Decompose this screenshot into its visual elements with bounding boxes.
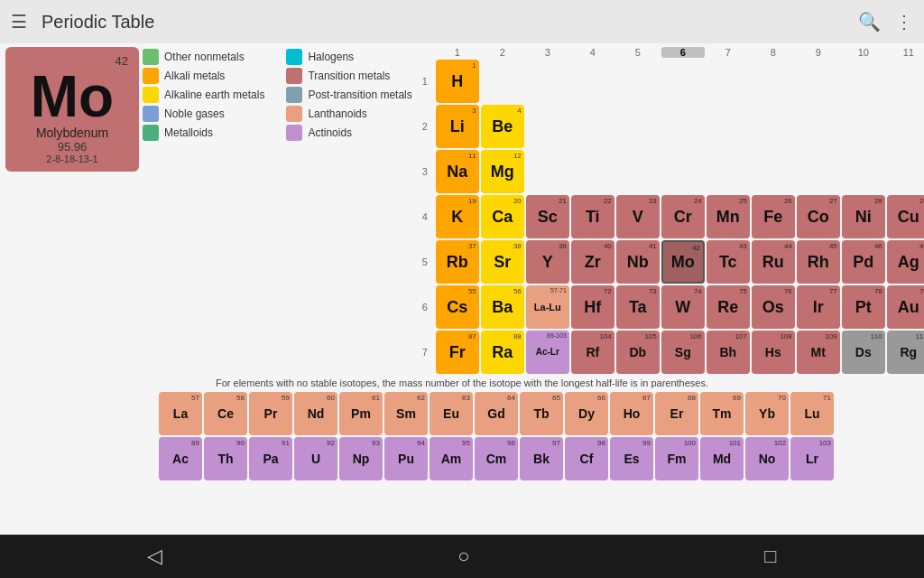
element-Hs[interactable]: 108Hs [752,331,795,374]
element-La-Lu[interactable]: 57-71La-Lu [526,285,569,329]
element-Cm[interactable]: 96Cm [475,437,518,480]
element-Nb[interactable]: 41Nb [616,240,660,284]
home-button[interactable]: ○ [436,537,491,575]
more-options-button[interactable]: ⋮ [895,11,913,33]
element-Sg[interactable]: 106Sg [661,331,705,374]
col-8-label: 8 [752,47,795,58]
element-Rf[interactable]: 104Rf [571,331,614,374]
element-Eu[interactable]: 63Eu [430,392,473,435]
element-Nd[interactable]: 60Nd [294,392,337,435]
element-Ni[interactable]: 28Ni [842,195,885,238]
element-Gd[interactable]: 64Gd [475,392,518,435]
element-Es[interactable]: 99Es [610,437,653,480]
recent-button[interactable]: □ [743,537,798,575]
search-button[interactable]: 🔍 [858,11,881,33]
element-Ac[interactable]: 89Ac [159,437,202,480]
element-Pu[interactable]: 94Pu [384,437,428,480]
app-title: Periodic Table [42,12,844,33]
element-Tb[interactable]: 65Tb [520,392,563,435]
element-Yb[interactable]: 70Yb [745,392,789,435]
legend-noble: Noble gases [143,106,264,122]
element-Ti[interactable]: 22Ti [571,195,614,238]
element-Cs[interactable]: 55Cs [436,285,479,329]
element-Ho[interactable]: 67Ho [610,392,653,435]
element-Ds[interactable]: 110Ds [842,331,885,374]
element-Pt[interactable]: 78Pt [842,285,885,329]
element-Os[interactable]: 76Os [752,285,795,329]
selected-atomic-number: 42 [116,54,128,68]
element-Sm[interactable]: 62Sm [384,392,428,435]
legend-post-transition: Post-transition metals [286,87,411,103]
element-Np[interactable]: 93Np [339,437,383,480]
element-Tm[interactable]: 69Tm [700,392,744,435]
element-Mg[interactable]: 12Mg [481,150,524,193]
menu-button[interactable]: ☰ [11,11,27,33]
element-Cf[interactable]: 98Cf [565,437,608,480]
element-Pm[interactable]: 61Pm [339,392,383,435]
element-Mo-selected[interactable]: 42Mo [661,240,705,284]
element-Pa[interactable]: 91Pa [249,437,292,480]
footnote: For elements with no stable isotopes, th… [5,376,919,390]
selected-symbol: Mo [31,68,114,126]
element-U[interactable]: 92U [294,437,337,480]
element-Rb[interactable]: 37Rb [436,240,479,284]
element-Sr[interactable]: 38Sr [481,240,524,284]
selected-element-panel[interactable]: 42 Mo Molybdenum 95.96 2-8-18-13-1 [5,47,139,172]
element-Bh[interactable]: 107Bh [707,331,750,374]
element-Ce[interactable]: 58Ce [204,392,247,435]
element-Fr[interactable]: 87Fr [436,331,479,374]
legend-metalloid: Metalloids [143,125,264,141]
element-Rh[interactable]: 45Rh [797,240,840,284]
element-Ac-Lr[interactable]: 89-103Ac-Lr [526,331,569,374]
element-Li[interactable]: 3Li [436,105,479,148]
element-Db[interactable]: 105Db [616,331,660,374]
col-1-label: 1 [436,47,479,58]
element-Co[interactable]: 27Co [797,195,840,238]
element-Na[interactable]: 11Na [436,150,479,193]
element-Md[interactable]: 101Md [700,437,744,480]
element-Ca[interactable]: 20Ca [481,195,524,238]
element-Rg[interactable]: 111Rg [887,331,924,374]
element-Cu[interactable]: 29Cu [887,195,924,238]
element-No[interactable]: 102No [745,437,789,480]
element-Am[interactable]: 95Am [430,437,473,480]
back-button[interactable]: ◁ [125,537,184,575]
element-Cr[interactable]: 24Cr [661,195,705,238]
element-Ir[interactable]: 77Ir [797,285,840,329]
legend-other-nonmetals: Other nonmetals [143,49,264,65]
element-Ta[interactable]: 73Ta [616,285,660,329]
element-Er[interactable]: 68Er [655,392,698,435]
element-Hf[interactable]: 72Hf [571,285,614,329]
col-6-label: 6 [661,47,705,58]
element-Fm[interactable]: 100Fm [655,437,698,480]
element-Zr[interactable]: 40Zr [571,240,614,284]
element-V[interactable]: 23V [616,195,660,238]
element-Au[interactable]: 79Au [887,285,924,329]
element-Tc[interactable]: 43Tc [707,240,750,284]
element-Ag[interactable]: 47Ag [887,240,924,284]
element-W[interactable]: 74W [661,285,705,329]
element-Bk[interactable]: 97Bk [520,437,563,480]
element-Be[interactable]: 4Be [481,105,524,148]
element-Mn[interactable]: 25Mn [707,195,750,238]
element-Fe[interactable]: 26Fe [752,195,795,238]
element-Pd[interactable]: 46Pd [842,240,885,284]
element-H[interactable]: 1H [436,60,479,103]
element-Sc[interactable]: 21Sc [526,195,569,238]
element-Lu[interactable]: 71Lu [790,392,834,435]
element-Mt[interactable]: 109Mt [797,331,840,374]
element-La[interactable]: 57La [159,392,202,435]
legend-alkaline: Alkaline earth metals [143,87,264,103]
element-Th[interactable]: 90Th [204,437,247,480]
element-Dy[interactable]: 66Dy [565,392,608,435]
element-K[interactable]: 19K [436,195,479,238]
element-Lr[interactable]: 103Lr [790,437,834,480]
element-Ru[interactable]: 44Ru [752,240,795,284]
element-Re[interactable]: 75Re [707,285,750,329]
period-1: 1 1H 2He [416,60,924,103]
element-Ba[interactable]: 56Ba [481,285,524,329]
element-Ra[interactable]: 88Ra [481,331,524,374]
element-Pr[interactable]: 59Pr [249,392,292,435]
legend-actinoid: Actinoids [286,125,411,141]
element-Y[interactable]: 39Y [526,240,569,284]
